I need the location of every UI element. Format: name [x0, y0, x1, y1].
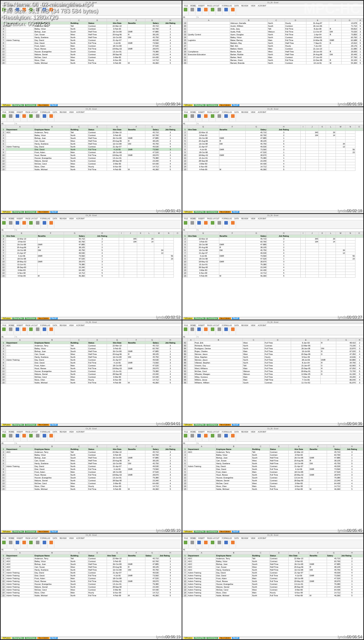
table-row[interactable]: 11Hoover, EvangelineSouthContract13-Jun-…: [1, 370, 182, 373]
ribbon-tab[interactable]: VIEW: [250, 324, 256, 326]
table-row[interactable]: 5Carr, SusanWestHalf-Time20-Aug-96R38,10…: [1, 353, 182, 356]
table-row[interactable]: 83Richards, RichardNorthContract22-Mar-9…: [183, 344, 363, 347]
table-row[interactable]: 14Moss, ChenMainHourly6-Nov-9014,7125: [1, 59, 182, 62]
sheet-tab[interactable]: Yes.x.Column: [37, 424, 50, 426]
table-row[interactable]: 154-Feb-99M46,3605: [1, 274, 182, 277]
ribbon-icon[interactable]: [211, 434, 214, 437]
ribbon-tab[interactable]: VIEW: [68, 217, 74, 220]
col-header[interactable]: C: [252, 445, 269, 448]
table-row[interactable]: 84Rodriguez, DeniseNorthFull Time26-Jan-…: [183, 347, 363, 350]
table-row[interactable]: 2ADCAnderson, TerryTaftContract22-Mar-10…: [183, 451, 363, 453]
table-row[interactable]: 1DepartmentEmployee NameBuildingStatusHi…: [1, 448, 182, 451]
table-row[interactable]: 426-Oct-98DMR47,8851: [183, 243, 363, 246]
sheet-tab[interactable]: MissingTitles: [194, 211, 206, 213]
table-row[interactable]: 4Bishop, JuanSouthHalf-Time26-Oct-98DMR4…: [1, 350, 182, 353]
table-row[interactable]: 33-Feb-9360,760219414: [183, 134, 363, 137]
sheet-tabs[interactable]: ToProcessMissingTitlesCountUniqueYes.x.C…: [182, 210, 363, 213]
ribbon-icon[interactable]: [43, 114, 46, 118]
ribbon-icon[interactable]: [49, 327, 53, 331]
ribbon-tab[interactable]: DATA: [234, 431, 240, 433]
ribbon-icon[interactable]: [29, 541, 33, 544]
ribbon-tab[interactable]: HOME: [8, 217, 15, 220]
ribbon-icon[interactable]: [43, 327, 46, 331]
spreadsheet-grid[interactable]: EFGHIJKLMNO1Hire DateBenefitsSalaryJob R…: [182, 125, 363, 171]
table-row[interactable]: 28Ballard, MartinMainContract21-Jun-1021…: [183, 47, 363, 50]
sheet-tabs[interactable]: ToProcessMissingTitlesCountUniqueYes.x.C…: [182, 104, 363, 106]
table-row[interactable]: 93Wheeler, MeeganWatsonFull Time12-Mar-0…: [183, 373, 363, 376]
ribbon-icon[interactable]: [36, 434, 39, 437]
ribbon-icon[interactable]: [224, 434, 228, 437]
sheet-tab[interactable]: CountUnique: [25, 211, 37, 213]
table-row[interactable]: 15Noble, MichaelNorthFull Time4-Feb-99M4…: [1, 168, 182, 171]
ribbon-tab[interactable]: PAGE LAYOUT: [207, 431, 220, 433]
ribbon-icon[interactable]: [197, 221, 201, 225]
table-row[interactable]: 86Skinner, JasonWestFull Time20-Sep-99D4…: [183, 353, 363, 356]
table-row[interactable]: 5Carr, SusanWestHalf-Time20-Aug-96R38,10…: [1, 33, 182, 36]
ribbon-icon[interactable]: [22, 114, 26, 118]
ribbon-tab[interactable]: REVIEW: [241, 217, 249, 220]
ribbon-icon[interactable]: [2, 541, 6, 544]
ribbon-tabs[interactable]: FILEHOMEINSERTPAGE LAYOUTFORMULASDATAREV…: [1, 111, 182, 114]
table-row[interactable]: 4Bishop, JuanSouthHalf-Time26-Oct-98DMR4…: [183, 456, 363, 459]
ribbon-icon[interactable]: [224, 8, 228, 11]
sheet-tab[interactable]: BlankR: [50, 637, 58, 639]
table-row[interactable]: 26Baldwin, RayNorthHalf-Time7-Sep-01D15,…: [183, 42, 363, 44]
table-row[interactable]: 721-Apr-9749,530412: [1, 252, 182, 255]
ribbon-icon[interactable]: [218, 327, 221, 331]
col-header[interactable]: C: [70, 445, 88, 448]
name-box[interactable]: A1: [1, 122, 15, 125]
ribbon-icon[interactable]: [231, 327, 235, 331]
col-header[interactable]: G: [145, 125, 159, 128]
ribbon-tab[interactable]: FILE: [183, 111, 189, 113]
table-row[interactable]: 6Hardy, SvetlanaNorthHalf-Time16-Oct-98D…: [1, 36, 182, 39]
ribbon-tab[interactable]: FORMULAS: [221, 5, 232, 7]
table-row[interactable]: 10Hood, ReneeNorthFull Time18-May-02DMR2…: [1, 473, 182, 476]
formula-bar[interactable]: A1fx: [182, 122, 363, 125]
ribbon-tab[interactable]: VIEW: [250, 111, 256, 113]
ribbon-icon[interactable]: [22, 541, 26, 544]
ribbon-tab[interactable]: FORMULAS: [39, 217, 51, 220]
ribbon-tab[interactable]: REVIEW: [241, 111, 249, 113]
formula-bar[interactable]: A1fx: [182, 549, 363, 551]
ribbon-tab[interactable]: FORMULAS: [39, 111, 51, 113]
ribbon-tab[interactable]: REVIEW: [59, 324, 68, 326]
col-header[interactable]: E: [288, 445, 309, 448]
ribbon-tab[interactable]: ACROBAT: [75, 324, 85, 326]
ribbon-tab[interactable]: VIEW: [68, 431, 74, 433]
sheet-tabs[interactable]: ToProcessMissingTitlesCountUniqueYes.x.C…: [182, 530, 363, 533]
table-row[interactable]: 6Hardy, SvetlanaNorthHalf-Time16-Oct-98D…: [1, 462, 182, 465]
ribbon-tab[interactable]: ACROBAT: [257, 537, 267, 539]
table-row[interactable]: 91Ward, WilliamsMainFull Time25-Sep-05R6…: [183, 367, 363, 370]
table-row[interactable]: 13McGee, CarolWestContract3-Mar-8364,430…: [1, 56, 182, 59]
table-row[interactable]: 14Admin TrainingMoss, ChenMainHourly6-No…: [1, 591, 182, 594]
table-row[interactable]: 13McGee, CarolWestContract3-Mar-8364,430…: [183, 482, 363, 485]
table-row[interactable]: 222-Mar-1045,710334529: [183, 237, 363, 240]
name-box[interactable]: A1: [182, 122, 197, 125]
ribbon-tab[interactable]: DATA: [52, 324, 58, 326]
table-row[interactable]: 15Admin TrainingNoble, MichaelNorthFull …: [1, 594, 182, 597]
ribbon-tab[interactable]: FORMULAS: [221, 324, 232, 326]
fx-icon[interactable]: fx: [197, 229, 199, 231]
ribbon-tab[interactable]: ACROBAT: [75, 431, 85, 433]
ribbon-icon[interactable]: [49, 434, 53, 437]
ribbon-icon[interactable]: [231, 114, 235, 118]
ribbon-tab[interactable]: FILE: [183, 537, 189, 539]
ribbon-icon[interactable]: [211, 8, 214, 11]
fx-icon[interactable]: fx: [197, 442, 199, 444]
sheet-tab[interactable]: Yes.x.Column: [37, 637, 50, 639]
table-row[interactable]: 426-Oct-98DMR47,8851: [183, 137, 363, 140]
ribbon-tab[interactable]: PAGE LAYOUT: [25, 324, 39, 326]
ribbon-icon[interactable]: [224, 114, 228, 118]
table-row[interactable]: 8Diaz, DavidNorthFull Time4-Jul-06DMR73,…: [1, 361, 182, 364]
table-row[interactable]: 1113-Jun-9179,3801: [1, 263, 182, 266]
table-row[interactable]: 6Hardy, SvetlanaNorthHalf-Time16-Oct-98D…: [183, 462, 363, 465]
table-row[interactable]: 918-Oct-9847,520123: [183, 257, 363, 260]
table-row[interactable]: 89Villareal, StephenNorthFull Time8-Jun-…: [183, 361, 363, 364]
ribbon-tab[interactable]: FORMULAS: [39, 324, 51, 326]
ribbon-tab[interactable]: INSERT: [198, 217, 205, 220]
ribbon-tab[interactable]: VIEW: [68, 537, 74, 539]
col-header[interactable]: C: [70, 339, 88, 341]
ribbon-tab[interactable]: FILE: [2, 537, 7, 539]
sheet-tabs[interactable]: ToProcessMissingTitlesCountUniqueYes.x.C…: [1, 210, 182, 213]
table-row[interactable]: 918-Oct-9847,520123: [183, 151, 363, 154]
